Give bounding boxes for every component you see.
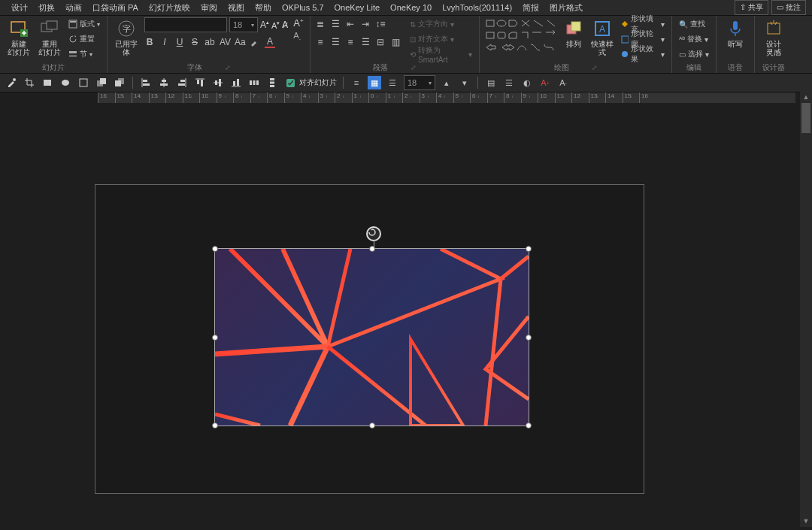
align-left-button[interactable]: ≡	[315, 37, 326, 47]
font-color-button[interactable]: A	[265, 36, 275, 48]
qat-para3[interactable]: ☰	[386, 76, 399, 89]
underline-button[interactable]: U	[174, 37, 185, 47]
shadow-button[interactable]: ab	[205, 37, 215, 47]
numbering-button[interactable]: ☰	[330, 19, 341, 29]
qat-align-top[interactable]	[193, 76, 207, 89]
tab-onekeylite[interactable]: OneKey Lite	[329, 0, 386, 15]
tab-picformat[interactable]: 图片格式	[544, 0, 588, 15]
indent-dec-button[interactable]: ⇤	[345, 19, 356, 29]
reuse-slide-button[interactable]: 重用 幻灯片	[35, 17, 64, 58]
qat-rect[interactable]	[41, 76, 54, 89]
scroll-thumb[interactable]	[801, 103, 810, 133]
qat-fontbig[interactable]: A+	[538, 76, 552, 89]
select-button[interactable]: ▭选择 ▾	[677, 47, 711, 61]
subscript-icon[interactable]: A-	[293, 31, 303, 41]
rotate-handle[interactable]	[366, 226, 381, 241]
spacing-button[interactable]: AV	[220, 37, 230, 47]
tab-pa[interactable]: 口袋动画 PA	[87, 0, 144, 15]
grow-font-icon[interactable]: A▴	[260, 20, 269, 30]
shapes-gallery[interactable]	[484, 17, 559, 56]
tab-lvyh[interactable]: LvyhTools(201114)	[437, 0, 517, 15]
resize-handle-br[interactable]	[526, 422, 532, 429]
bullets-button[interactable]: ≣	[315, 19, 326, 29]
layout-button[interactable]: 版式 ▾	[66, 17, 102, 31]
font-dialog-launcher[interactable]: ⤢	[225, 63, 231, 72]
resize-handle-tr[interactable]	[526, 246, 532, 252]
qat-oval[interactable]	[59, 76, 72, 89]
italic-button[interactable]: I	[159, 37, 170, 47]
resize-handle-bl[interactable]	[212, 422, 218, 429]
align-to-slide-checkbox[interactable]: 对齐幻灯片	[283, 77, 337, 89]
scroll-up-arrow[interactable]: ▲	[800, 91, 812, 103]
qat-bring-front[interactable]	[95, 76, 108, 89]
qat-anim[interactable]: ◐	[520, 76, 534, 89]
align-center-button[interactable]: ☰	[330, 37, 341, 47]
vertical-scrollbar[interactable]: ▲ ▼	[800, 91, 812, 527]
qat-new[interactable]	[77, 76, 90, 89]
qat-dec[interactable]: ▾	[458, 76, 471, 89]
section-button[interactable]: 节 ▾	[66, 47, 102, 61]
qat-list2[interactable]: ☰	[502, 76, 516, 89]
resize-handle-l[interactable]	[212, 335, 218, 341]
indent-inc-button[interactable]: ⇥	[360, 19, 371, 29]
case-button[interactable]: Aa	[235, 37, 245, 47]
qat-crop[interactable]	[23, 76, 36, 89]
qat-align-left[interactable]	[139, 76, 153, 89]
tab-transition[interactable]: 切换	[33, 0, 60, 15]
qat-eyedropper[interactable]	[5, 76, 18, 89]
bold-button[interactable]: B	[144, 37, 155, 47]
align-right-button[interactable]: ≡	[345, 37, 356, 47]
qat-fontsmall[interactable]: A-	[556, 76, 570, 89]
comment-button[interactable]: ▭批注	[771, 0, 806, 15]
justify-button[interactable]: ☰	[360, 37, 371, 47]
shape-effect-button[interactable]: 形状效果 ▾	[619, 47, 667, 61]
text-direction-button[interactable]: ⇅ 文字方向 ▾	[408, 17, 474, 31]
tab-design[interactable]: 设计	[6, 0, 33, 15]
tab-help[interactable]: 帮助	[250, 0, 277, 15]
superscript-icon[interactable]: A+	[293, 17, 303, 29]
find-button[interactable]: 🔍查找	[677, 17, 711, 31]
qat-send-back[interactable]	[113, 76, 126, 89]
new-slide-button[interactable]: 新建 幻灯片	[5, 17, 33, 58]
highlight-button[interactable]	[250, 38, 260, 47]
shrink-font-icon[interactable]: A▾	[271, 20, 280, 30]
replace-button[interactable]: ᴬᴮ替换 ▾	[677, 32, 711, 46]
reset-button[interactable]: 重置	[66, 32, 102, 46]
qat-align-bottom[interactable]	[229, 76, 243, 89]
qat-align-center-h[interactable]	[157, 76, 171, 89]
draw-dialog-launcher[interactable]: ⤢	[592, 63, 598, 72]
smartart-button[interactable]: ⟲ 转换为 SmartArt ▾	[408, 47, 474, 61]
dictate-button[interactable]: 听写	[721, 17, 750, 50]
qat-align-right[interactable]	[175, 76, 189, 89]
clear-format-icon[interactable]: A̷	[282, 20, 288, 30]
tab-okplus[interactable]: OKPlus 5.7	[277, 0, 329, 15]
tab-slideshow[interactable]: 幻灯片放映	[144, 0, 195, 15]
linespacing-button[interactable]: ↕≡	[375, 19, 386, 29]
qat-align-middle-v[interactable]	[211, 76, 225, 89]
qat-size-select[interactable]: 18▾	[404, 75, 435, 90]
resize-handle-r[interactable]	[526, 335, 532, 341]
resize-handle-b[interactable]	[369, 422, 375, 429]
qat-dist-h[interactable]	[247, 76, 261, 89]
design-ideas-button[interactable]: 设计 灵感	[759, 17, 788, 58]
arrange-button[interactable]: 排列	[562, 17, 586, 50]
align-text-button[interactable]: ⊡ 对齐文本 ▾	[408, 32, 474, 46]
tab-view[interactable]: 视图	[223, 0, 250, 15]
font-family-select[interactable]	[144, 17, 227, 32]
tab-review[interactable]: 审阅	[195, 0, 223, 15]
tab-animation[interactable]: 动画	[60, 0, 87, 15]
quick-style-button[interactable]: A 快速样式	[588, 17, 617, 58]
qat-dist-v[interactable]	[265, 76, 279, 89]
tab-onekey10[interactable]: OneKey 10	[385, 0, 437, 15]
scroll-down-arrow[interactable]: ▼	[800, 515, 812, 527]
qat-para1[interactable]: ≡	[350, 76, 363, 89]
resize-handle-tl[interactable]	[212, 246, 218, 252]
font-size-select[interactable]: 18▾	[229, 17, 258, 32]
qat-para2[interactable]: ▦	[368, 76, 381, 89]
tab-brief[interactable]: 简报	[517, 0, 544, 15]
used-font-button[interactable]: 字 已用字 体	[112, 17, 141, 58]
qat-inc[interactable]: ▴	[440, 76, 453, 89]
strike-button[interactable]: S	[189, 37, 200, 47]
distribute-button[interactable]: ⊟	[375, 37, 386, 47]
para-dialog-launcher[interactable]: ⤢	[411, 63, 417, 72]
